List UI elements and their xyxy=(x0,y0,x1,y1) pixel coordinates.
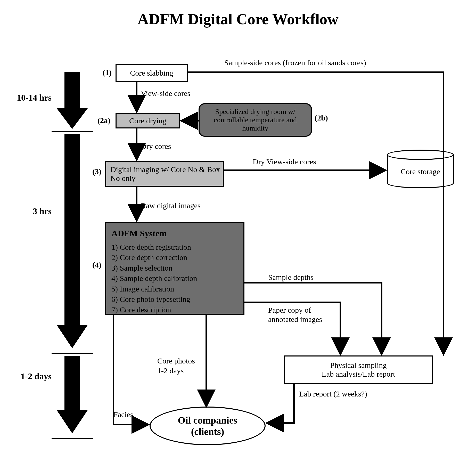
svg-marker-1 xyxy=(57,134,88,348)
box-digital-imaging: Digital imaging w/ Core No & Box No only xyxy=(105,161,224,187)
phys-sampling-line2: Lab analysis/Lab report xyxy=(322,370,395,378)
box-adfm-system: ADFM System 1) Core depth registration 2… xyxy=(105,222,244,315)
adfm-step-5: 5) Image calibration xyxy=(111,284,238,294)
box-drying-room: Specialized drying room w/ controllable … xyxy=(199,103,312,137)
box-physical-sampling: Physical sampling Lab analysis/Lab repor… xyxy=(284,355,433,384)
adfm-step-3: 3) Sample selection xyxy=(111,263,238,273)
box-core-drying-text: Core drying xyxy=(129,116,166,125)
clients-line2: (clients) xyxy=(191,426,224,437)
step-2b-number: (2b) xyxy=(315,114,328,122)
edge-paper-copy-l1: Paper copy of xyxy=(268,305,322,315)
svg-marker-0 xyxy=(57,72,88,129)
edge-view-side: View-side cores xyxy=(141,89,190,98)
step-4-number: (4) xyxy=(92,261,101,269)
adfm-system-title: ADFM System xyxy=(111,228,238,239)
adfm-step-1: 1) Core depth registration xyxy=(111,242,238,253)
step-1-number: (1) xyxy=(103,68,112,77)
diagram-title: ADFM Digital Core Workflow xyxy=(0,10,476,28)
phys-sampling-line1: Physical sampling xyxy=(330,361,387,370)
step-3-number: (3) xyxy=(92,167,101,176)
edge-raw-images: Raw digital images xyxy=(141,201,201,210)
edge-dry-cores: Dry cores xyxy=(141,142,171,151)
box-core-slabbing-text: Core slabbing xyxy=(130,69,173,77)
edge-sample-depths: Sample depths xyxy=(268,273,314,282)
step-2a-number: (2a) xyxy=(97,116,110,125)
edge-paper-copy-l2: annotated images xyxy=(268,315,322,324)
edge-dry-view-side: Dry View-side cores xyxy=(253,157,316,166)
clients-line1: Oil companies xyxy=(178,415,237,426)
adfm-step-6: 6) Core photo typesetting xyxy=(111,294,238,305)
svg-line-11 xyxy=(244,325,283,364)
cylinder-core-storage-text: Core storage xyxy=(387,167,454,176)
adfm-step-2: 2) Core depth correction xyxy=(111,252,238,263)
adfm-step-7: 7) Core description xyxy=(111,305,238,315)
adfm-step-4: 4) Sample depth calibration xyxy=(111,273,238,284)
timeline-2: 3 hrs xyxy=(3,206,52,216)
edge-facies: Facies xyxy=(113,410,133,419)
timeline-3: 1-2 days xyxy=(3,371,52,381)
edge-paper-copy: Paper copy of annotated images xyxy=(268,305,322,324)
edge-lab-report: Lab report (2 weeks?) xyxy=(299,390,367,398)
box-core-slabbing: Core slabbing xyxy=(116,64,188,82)
box-digital-imaging-text: Digital imaging w/ Core No & Box No only xyxy=(110,165,221,183)
edge-sample-side: Sample-side cores (frozen for oil sands … xyxy=(224,58,366,67)
edge-core-photos-l2: 1-2 days xyxy=(157,366,195,376)
timeline-1: 10-14 hrs xyxy=(3,93,52,103)
cylinder-core-storage: Core storage xyxy=(387,150,454,188)
edge-core-photos: Core photos 1-2 days xyxy=(157,356,195,375)
svg-marker-2 xyxy=(57,356,88,433)
edge-core-photos-l1: Core photos xyxy=(157,356,195,366)
box-core-drying: Core drying xyxy=(116,113,180,128)
box-drying-room-text: Specialized drying room w/ controllable … xyxy=(201,108,309,132)
ellipse-oil-companies: Oil companies (clients) xyxy=(150,407,266,445)
